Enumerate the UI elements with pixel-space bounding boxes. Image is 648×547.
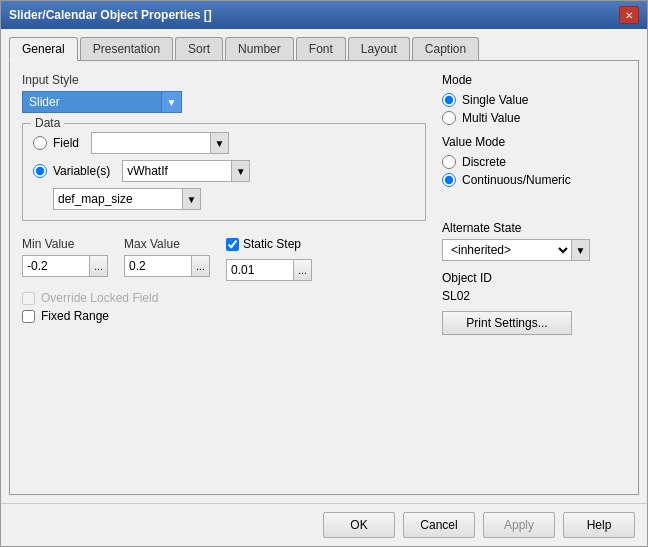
fixed-range-row: Fixed Range [22,309,426,323]
value-mode-section: Value Mode Discrete Continuous/Numeric [442,135,626,187]
tab-presentation[interactable]: Presentation [80,37,173,60]
sub-variable-select-arrow[interactable]: ▼ [183,188,201,210]
main-layout: Input Style Slider ▼ Data Field [22,73,626,335]
alternate-state-label: Alternate State [442,221,626,235]
close-button[interactable]: ✕ [619,6,639,24]
multi-value-label: Multi Value [462,111,520,125]
sub-variable-combo: def_map_size ▼ [53,188,415,210]
tab-bar: General Presentation Sort Number Font La… [9,37,639,61]
single-value-option: Single Value [442,93,626,107]
print-settings-button[interactable]: Print Settings... [442,311,572,335]
fixed-range-label: Fixed Range [41,309,109,323]
discrete-label: Discrete [462,155,506,169]
input-style-label: Input Style [22,73,426,87]
variables-radio[interactable] [33,164,47,178]
left-column: Input Style Slider ▼ Data Field [22,73,426,335]
field-radio[interactable] [33,136,47,150]
help-button[interactable]: Help [563,512,635,538]
single-value-label: Single Value [462,93,529,107]
field-select[interactable] [91,132,211,154]
tab-content-general: Input Style Slider ▼ Data Field [9,61,639,495]
variable-select[interactable]: vWhatIf [122,160,232,182]
tab-number[interactable]: Number [225,37,294,60]
input-style-dropdown-container: Slider ▼ [22,91,426,113]
variables-radio-row: Variable(s) vWhatIf ▼ [33,160,415,182]
continuous-label: Continuous/Numeric [462,173,571,187]
min-value-group: Min Value ... [22,237,108,277]
object-id-section: Object ID SL02 [442,271,626,303]
title-bar-controls: ✕ [619,6,639,24]
extra-checkboxes: Override Locked Field Fixed Range [22,291,426,323]
value-mode-label: Value Mode [442,135,626,149]
static-step-header: Static Step [226,237,312,251]
single-value-radio[interactable] [442,93,456,107]
input-style-select[interactable]: Slider [22,91,162,113]
variable-combo: vWhatIf ▼ [122,160,250,182]
min-value-browse-button[interactable]: ... [90,255,108,277]
tab-layout[interactable]: Layout [348,37,410,60]
max-value-input[interactable] [124,255,192,277]
static-step-browse-button[interactable]: ... [294,259,312,281]
max-value-browse-button[interactable]: ... [192,255,210,277]
field-radio-row: Field ▼ [33,132,415,154]
field-label: Field [53,136,79,150]
variable-select-arrow[interactable]: ▼ [232,160,250,182]
static-step-group: Static Step ... [226,237,312,281]
right-column: Mode Single Value Multi Value Value Mode [426,73,626,335]
field-combo: ▼ [91,132,229,154]
field-select-arrow[interactable]: ▼ [211,132,229,154]
object-id-value: SL02 [442,289,626,303]
alternate-state-combo: <inherited> ▼ [442,239,626,261]
tab-font[interactable]: Font [296,37,346,60]
min-value-label: Min Value [22,237,108,251]
apply-button[interactable]: Apply [483,512,555,538]
main-window: Slider/Calendar Object Properties [] ✕ G… [0,0,648,547]
continuous-option: Continuous/Numeric [442,173,626,187]
title-bar: Slider/Calendar Object Properties [] ✕ [1,1,647,29]
tab-caption[interactable]: Caption [412,37,479,60]
min-value-input-row: ... [22,255,108,277]
static-step-input[interactable] [226,259,294,281]
sub-variable-select[interactable]: def_map_size [53,188,183,210]
alternate-state-section: Alternate State <inherited> ▼ [442,221,626,261]
multi-value-radio[interactable] [442,111,456,125]
data-group: Data Field ▼ [22,123,426,221]
tab-sort[interactable]: Sort [175,37,223,60]
override-locked-label: Override Locked Field [41,291,158,305]
mode-label: Mode [442,73,626,87]
data-group-label: Data [31,116,64,130]
variables-label: Variable(s) [53,164,110,178]
static-step-input-row: ... [226,259,312,281]
static-step-label-text: Static Step [243,237,301,251]
alternate-state-arrow[interactable]: ▼ [572,239,590,261]
window-title: Slider/Calendar Object Properties [] [9,8,212,22]
bottom-bar: OK Cancel Apply Help [1,503,647,546]
max-value-group: Max Value ... [124,237,210,277]
alternate-state-select[interactable]: <inherited> [442,239,572,261]
tab-general[interactable]: General [9,37,78,61]
max-value-input-row: ... [124,255,210,277]
mode-section: Mode Single Value Multi Value [442,73,626,125]
ok-button[interactable]: OK [323,512,395,538]
static-step-checkbox[interactable] [226,238,239,251]
continuous-radio[interactable] [442,173,456,187]
fixed-range-checkbox[interactable] [22,310,35,323]
content-area: General Presentation Sort Number Font La… [1,29,647,503]
discrete-option: Discrete [442,155,626,169]
discrete-radio[interactable] [442,155,456,169]
max-value-label: Max Value [124,237,210,251]
min-value-input[interactable] [22,255,90,277]
object-id-label: Object ID [442,271,626,285]
values-row: Min Value ... Max Value ... [22,237,426,281]
override-locked-row: Override Locked Field [22,291,426,305]
input-style-dropdown-arrow[interactable]: ▼ [162,91,182,113]
override-locked-checkbox[interactable] [22,292,35,305]
multi-value-option: Multi Value [442,111,626,125]
cancel-button[interactable]: Cancel [403,512,475,538]
